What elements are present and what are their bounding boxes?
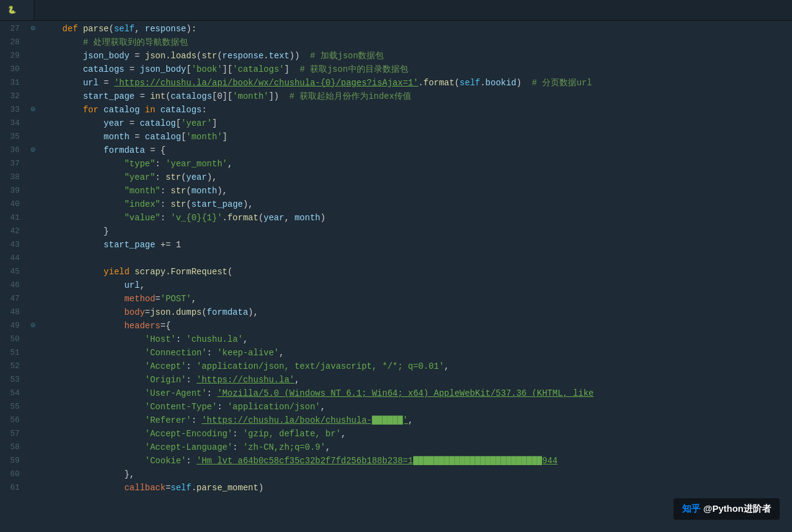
editor-container: 🐍 27⊙ def parse(self, response):28 # 处理获… [0,0,792,532]
line-number: 40 [5,198,25,211]
editor-tab[interactable]: 🐍 [0,0,34,20]
line-content: for catalog in catalogs: [42,103,792,117]
line-content: year = catalog['year'] [42,117,792,130]
line-content: 'Accept-Language': 'zh-CN,zh;q=0.9', [42,441,792,454]
line-content: "month": str(month), [42,184,792,198]
line-number: 50 [5,333,25,346]
code-line: 47 method='POST', [0,292,792,306]
line-content: "year": str(year), [42,171,792,184]
line-content: 'Host': 'chushu.la', [42,333,792,346]
line-content: 'Accept': 'application/json, text/javasc… [42,360,792,373]
line-content: url, [42,279,792,292]
line-number: 45 [5,265,25,279]
code-line: 28 # 处理获取到的导航数据包 [0,36,792,49]
line-number: 42 [5,225,25,238]
code-line: 44 [0,252,792,265]
line-number: 57 [5,427,25,441]
line-number: 33 [5,103,25,117]
line-number: 32 [5,90,25,103]
code-line: 50 'Host': 'chushu.la', [0,333,792,346]
line-number: 54 [5,387,25,400]
code-line: 42 } [0,225,792,238]
line-number: 39 [5,184,25,198]
line-content: month = catalog['month'] [42,130,792,144]
line-content: callback=self.parse_moment) [42,481,792,495]
line-number: 31 [5,76,25,90]
code-line: 53 'Origin': 'https://chushu.la', [0,373,792,387]
line-number: 37 [5,157,25,171]
line-number: 58 [5,441,25,454]
line-content: url = 'https://chushu.la/api/book/wx/chu… [42,76,792,90]
line-number: 55 [5,400,25,414]
line-content: 'Connection': 'keep-alive', [42,346,792,360]
line-number: 53 [5,373,25,387]
code-line: 46 url, [0,279,792,292]
python-icon: 🐍 [7,6,17,15]
code-line: 54 'User-Agent': 'Mozilla/5.0 (Windows N… [0,387,792,400]
code-line: 32 start_page = int(catalogs[0]['month']… [0,90,792,103]
line-number: 35 [5,130,25,144]
line-content: def parse(self, response): [42,22,792,36]
code-line: 38 "year": str(year), [0,171,792,184]
code-line: 43 start_page += 1 [0,238,792,252]
line-number: 41 [5,211,25,225]
line-content: 'Referer': 'https://chushu.la/book/chush… [42,414,792,427]
code-line: 57 'Accept-Encoding': 'gzip, deflate, br… [0,427,792,441]
code-line: 60 }, [0,468,792,481]
line-number: 51 [5,346,25,360]
code-line: 51 'Connection': 'keep-alive', [0,346,792,360]
line-number: 43 [5,238,25,252]
line-content: "type": 'year_month', [42,157,792,171]
code-line: 55 'Content-Type': 'application/json', [0,400,792,414]
line-content: "index": str(start_page), [42,198,792,211]
code-line: 37 "type": 'year_month', [0,157,792,171]
line-number: 30 [5,63,25,76]
code-line: 30 catalogs = json_body['book']['catalog… [0,63,792,76]
line-number: 49 [5,319,25,333]
line-number: 47 [5,292,25,306]
line-number: 38 [5,171,25,184]
line-content: 'Cookie': 'Hm_lvt_a64b0c58cf35c32b2f7fd2… [42,454,792,468]
code-line: 58 'Accept-Language': 'zh-CN,zh;q=0.9', [0,441,792,454]
code-line: 35 month = catalog['month'] [0,130,792,144]
code-area: 27⊙ def parse(self, response):28 # 处理获取到… [0,21,792,532]
line-content: start_page = int(catalogs[0]['month']) #… [42,90,792,103]
code-line: 34 year = catalog['year'] [0,117,792,130]
code-line: 59 'Cookie': 'Hm_lvt_a64b0c58cf35c32b2f7… [0,454,792,468]
gutter-icon: ⊙ [25,319,42,333]
code-line: 31 url = 'https://chushu.la/api/book/wx/… [0,76,792,90]
line-number: 34 [5,117,25,130]
line-content: json_body = json.loads(str(response.text… [42,49,792,63]
line-content: }, [42,468,792,481]
line-number: 61 [5,481,25,495]
line-content: formdata = { [42,144,792,157]
line-content: body=json.dumps(formdata), [42,306,792,319]
line-content: 'User-Agent': 'Mozilla/5.0 (Windows NT 6… [42,387,792,400]
line-content: headers={ [42,319,792,333]
line-content: # 处理获取到的导航数据包 [42,36,792,49]
line-content: } [42,225,792,238]
line-content: yield scrapy.FormRequest( [42,265,792,279]
line-content: start_page += 1 [42,238,792,252]
code-line: 45 yield scrapy.FormRequest( [0,265,792,279]
line-content: catalogs = json_body['book']['catalogs']… [42,63,792,76]
line-number: 46 [5,279,25,292]
code-line: 56 'Referer': 'https://chushu.la/book/ch… [0,414,792,427]
tab-close-button[interactable] [24,9,26,12]
code-line: 27⊙ def parse(self, response): [0,22,792,36]
line-number: 36 [5,144,25,157]
line-number: 44 [5,252,25,265]
line-number: 27 [5,22,25,36]
line-number: 59 [5,454,25,468]
code-line: 33⊙ for catalog in catalogs: [0,103,792,117]
line-number: 48 [5,306,25,319]
line-content: "value": 'v_{0}{1}'.format(year, month) [42,211,792,225]
code-line: 49⊙ headers={ [0,319,792,333]
line-content: 'Content-Type': 'application/json', [42,400,792,414]
code-line: 41 "value": 'v_{0}{1}'.format(year, mont… [0,211,792,225]
line-number: 60 [5,468,25,481]
line-number: 56 [5,414,25,427]
code-content[interactable]: 27⊙ def parse(self, response):28 # 处理获取到… [0,21,792,532]
code-line: 52 'Accept': 'application/json, text/jav… [0,360,792,373]
code-line: 29 json_body = json.loads(str(response.t… [0,49,792,63]
